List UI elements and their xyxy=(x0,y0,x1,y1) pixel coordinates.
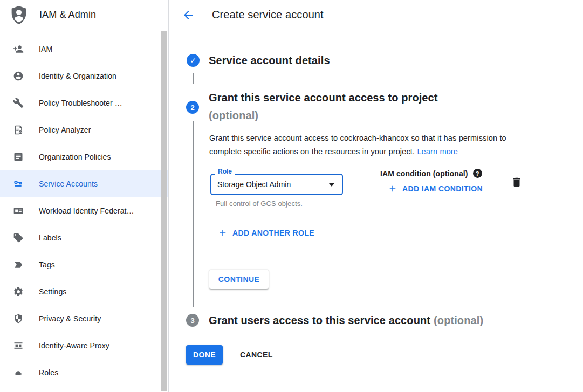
sidebar-item-settings[interactable]: Settings xyxy=(0,278,168,305)
page-title: Create service account xyxy=(212,9,324,21)
account-circle-icon xyxy=(13,71,24,81)
learn-more-link[interactable]: Learn more xyxy=(417,147,458,156)
sidebar-item-label: IAM xyxy=(39,45,52,53)
person-add-icon xyxy=(13,44,24,54)
policy-analyzer-icon xyxy=(13,125,24,135)
sidebar-item-label: Identity-Aware Proxy xyxy=(39,341,109,350)
main-header: Create service account xyxy=(169,0,583,30)
sidebar-scrollbar[interactable] xyxy=(161,31,167,391)
sidebar-item-roles[interactable]: Roles xyxy=(0,359,168,386)
id-card-icon xyxy=(13,205,24,216)
step3-number-badge: 3 xyxy=(186,314,199,327)
document-icon xyxy=(13,152,24,162)
plus-icon xyxy=(388,184,397,194)
sidebar-item-label: Roles xyxy=(39,368,58,377)
step2-optional-label: (optional) xyxy=(209,109,258,122)
step-connector-line xyxy=(193,73,194,84)
sidebar-item-label: Privacy & Security xyxy=(39,314,101,323)
step1-completed-check-icon: ✓ xyxy=(187,54,200,67)
sidebar-item-label: Policy Analyzer xyxy=(39,126,91,134)
hat-icon xyxy=(13,367,24,378)
sidebar-item-tags[interactable]: Tags xyxy=(0,251,168,278)
add-another-role-label: ADD ANOTHER ROLE xyxy=(232,229,314,237)
role-helper-text: Full control of GCS objects. xyxy=(216,200,303,208)
help-icon[interactable]: ? xyxy=(473,169,482,178)
sidebar-item-identity-organization[interactable]: Identity & Organization xyxy=(0,63,168,90)
sidebar-item-label: Workload Identity Federat… xyxy=(39,207,134,215)
iam-condition-header: IAM condition (optional) ? xyxy=(380,169,482,178)
sidebar-item-label: Tags xyxy=(39,260,55,269)
sidebar-nav: IAMIdentity & OrganizationPolicy Trouble… xyxy=(0,30,168,386)
sidebar-item-label: Settings xyxy=(39,287,66,296)
sidebar: IAM & Admin IAMIdentity & OrganizationPo… xyxy=(0,0,169,392)
service-account-key-icon xyxy=(13,178,24,189)
sidebar-item-service-accounts[interactable]: Service Accounts xyxy=(0,170,168,197)
scrollbar-thumb[interactable] xyxy=(161,31,167,391)
step1-title: Service account details xyxy=(209,54,330,67)
iam-admin-shield-icon xyxy=(11,6,27,24)
app-title: IAM & Admin xyxy=(39,9,96,20)
sidebar-item-label: Labels xyxy=(39,233,61,242)
sidebar-item-privacy-security[interactable]: Privacy & Security xyxy=(0,305,168,332)
done-button[interactable]: DONE xyxy=(186,345,223,365)
step3-title: Grant users access to this service accou… xyxy=(209,314,483,327)
delete-role-trash-icon[interactable] xyxy=(511,176,523,188)
add-another-role-button[interactable]: ADD ANOTHER ROLE xyxy=(218,228,314,238)
sidebar-item-identity-aware-proxy[interactable]: Identity-Aware Proxy xyxy=(0,332,168,359)
sidebar-item-label: Policy Troubleshooter … xyxy=(39,99,122,107)
main-panel: Create service account ✓ Service account… xyxy=(169,0,583,392)
add-iam-condition-label: ADD IAM CONDITION xyxy=(402,184,483,193)
add-iam-condition-button[interactable]: ADD IAM CONDITION xyxy=(388,184,483,194)
gear-icon xyxy=(13,286,24,297)
iam-condition-label: IAM condition (optional) xyxy=(380,169,468,178)
sidebar-item-iam[interactable]: IAM xyxy=(0,36,168,63)
sidebar-item-labels[interactable]: Labels xyxy=(0,224,168,251)
step3-title-text: Grant users access to this service accou… xyxy=(209,314,430,326)
sidebar-item-label: Service Accounts xyxy=(39,180,98,188)
step2-title: Grant this service account access to pro… xyxy=(209,92,438,104)
label-tag-icon xyxy=(13,232,24,243)
step2-description: Grant this service account access to coc… xyxy=(209,132,531,159)
shield-half-icon xyxy=(13,313,24,324)
step3-optional-label: (optional) xyxy=(434,314,483,326)
plus-icon xyxy=(218,228,228,238)
sidebar-item-workload-identity-federat[interactable]: Workload Identity Federat… xyxy=(0,197,168,224)
sidebar-item-organization-policies[interactable]: Organization Policies xyxy=(0,143,168,170)
cancel-button[interactable]: CANCEL xyxy=(236,345,277,365)
create-service-account-form: ✓ Service account details 2 Grant this s… xyxy=(169,31,583,392)
continue-button[interactable]: CONTINUE xyxy=(209,270,269,289)
role-select[interactable]: Storage Object Admin xyxy=(210,174,343,195)
role-select-value: Storage Object Admin xyxy=(217,180,291,189)
proxy-grid-icon xyxy=(13,340,24,351)
tag-arrow-icon xyxy=(13,259,24,270)
step2-number-badge: 2 xyxy=(186,101,199,114)
role-field-label: Role xyxy=(215,168,235,175)
wrench-icon xyxy=(13,98,24,108)
dropdown-arrow-icon xyxy=(329,183,334,187)
sidebar-header: IAM & Admin xyxy=(0,0,168,30)
sidebar-item-label: Organization Policies xyxy=(39,153,111,161)
sidebar-item-policy-troubleshooter[interactable]: Policy Troubleshooter … xyxy=(0,90,168,116)
sidebar-item-policy-analyzer[interactable]: Policy Analyzer xyxy=(0,116,168,143)
step-connector-line xyxy=(193,121,194,307)
sidebar-item-label: Identity & Organization xyxy=(39,72,116,80)
step2-description-text: Grant this service account access to coc… xyxy=(209,134,506,156)
arrow-back-icon[interactable] xyxy=(182,9,195,22)
